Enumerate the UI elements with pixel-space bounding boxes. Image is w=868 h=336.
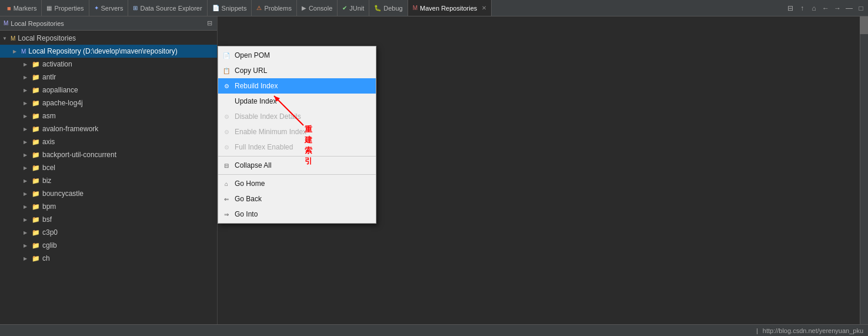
- tab-bar-actions: ⊟ ↑ ⌂ ← → — □: [786, 4, 866, 13]
- open-pom-icon: 📄: [222, 51, 231, 60]
- tab-snippets[interactable]: 📄 Snippets: [208, 0, 252, 16]
- tree-content[interactable]: ▼ M Local Repositories ▶ M Local Reposit…: [0, 31, 217, 336]
- panel-header-icons: ⊟: [205, 19, 213, 28]
- markers-icon: ■: [7, 5, 11, 12]
- folder-icon-apache-log4j: 📁: [32, 99, 40, 107]
- status-separator-left: |: [756, 327, 758, 334]
- group-icon: M: [11, 35, 15, 42]
- maven-icon: M: [413, 5, 418, 11]
- panel-repo-icon: M: [4, 20, 8, 26]
- go-back-icon: ⇐: [222, 194, 231, 204]
- minimize-btn[interactable]: ⊟: [786, 4, 795, 13]
- status-bar: | http://blog.csdn.net/yerenyuan_pku: [0, 324, 868, 336]
- menu-item-rebuild-index[interactable]: ⚙ Rebuild Index: [218, 78, 376, 94]
- forward-btn[interactable]: →: [833, 4, 842, 13]
- home-btn[interactable]: ⌂: [809, 4, 819, 13]
- folder-icon-avalon: 📁: [32, 125, 40, 133]
- folder-icon-ch: 📁: [32, 255, 40, 262]
- tab-servers[interactable]: ✦ Servers: [89, 0, 129, 16]
- panel-header: M Local Repositories ⊟: [0, 16, 217, 31]
- collapse-icon[interactable]: ⊟: [205, 19, 213, 28]
- problems-icon: ⚠: [256, 5, 262, 11]
- tab-markers[interactable]: ■ Markers: [2, 0, 42, 16]
- menu-item-open-pom[interactable]: 📄 Open POM: [218, 48, 376, 63]
- tree-item-cglib[interactable]: ▶ 📁 cglib: [0, 239, 217, 252]
- main-area: M Local Repositories ⊟ ▼ M Local Reposit…: [0, 16, 868, 336]
- menu-item-copy-url[interactable]: 📋 Copy URL: [218, 63, 376, 78]
- tree-item-asm[interactable]: ▶ 📁 asm: [0, 109, 217, 122]
- menu-item-collapse-all[interactable]: ⊟ Collapse All: [218, 158, 376, 173]
- repo-icon: M: [21, 48, 26, 55]
- menu-item-go-into[interactable]: ⇒ Go Into: [218, 207, 376, 222]
- folder-icon-aopalliance: 📁: [32, 87, 40, 94]
- tab-properties[interactable]: ▦ Properties: [42, 0, 89, 16]
- menu-item-go-home[interactable]: ⌂ Go Home: [218, 176, 376, 191]
- collapse-all-icon: ⊟: [222, 161, 231, 170]
- tree-item-biz[interactable]: ▶ 📁 biz: [0, 174, 217, 187]
- scrollbar-thumb[interactable]: [860, 16, 868, 34]
- menu-item-go-back[interactable]: ⇐ Go Back: [218, 191, 376, 207]
- copy-url-icon: 📋: [222, 66, 231, 75]
- junit-icon: ✔: [342, 5, 347, 11]
- enable-min-icon: ⚙: [222, 127, 231, 137]
- folder-icon-asm: 📁: [32, 112, 40, 120]
- tree-panel: M Local Repositories ⊟ ▼ M Local Reposit…: [0, 16, 218, 336]
- tree-item-apache-log4j[interactable]: ▶ 📁 apache-log4j: [0, 97, 217, 109]
- tree-item-local-repo[interactable]: ▶ M Local Repository (D:\develop\maven\r…: [0, 45, 217, 58]
- tab-close-icon[interactable]: ✕: [482, 5, 486, 11]
- folder-icon-backport: 📁: [32, 151, 40, 159]
- scrollbar-track[interactable]: [860, 16, 868, 324]
- go-into-icon: ⇒: [222, 209, 231, 219]
- folder-icon: 📁: [32, 61, 40, 68]
- tab-maven[interactable]: M Maven Repositories ✕: [408, 0, 492, 16]
- panel-title: Local Repositories: [11, 20, 64, 27]
- tree-item-local-repos[interactable]: ▼ M Local Repositories: [0, 32, 217, 45]
- back-btn[interactable]: ←: [821, 4, 830, 13]
- folder-icon-bcel: 📁: [32, 164, 40, 172]
- servers-icon: ✦: [94, 5, 99, 11]
- go-home-icon: ⌂: [222, 179, 231, 188]
- menu-separator-1: [218, 156, 376, 157]
- folder-icon-bouncycastle: 📁: [32, 190, 40, 198]
- tree-item-backport[interactable]: ▶ 📁 backport-util-concurrent: [0, 148, 217, 161]
- status-url: http://blog.csdn.net/yerenyuan_pku: [763, 327, 863, 334]
- tree-item-ch[interactable]: ▶ 📁 ch: [0, 252, 217, 265]
- tab-problems[interactable]: ⚠ Problems: [252, 0, 296, 16]
- full-index-icon: ⚙: [222, 142, 231, 152]
- tree-item-c3p0[interactable]: ▶ 📁 c3p0: [0, 226, 217, 239]
- tab-console[interactable]: ▶ Console: [297, 0, 338, 16]
- folder-icon-c3p0: 📁: [32, 229, 40, 237]
- folder-icon-axis: 📁: [32, 138, 40, 146]
- menu-item-full-index: ⚙ Full Index Enabled: [218, 139, 376, 155]
- tree-item-bouncycastle[interactable]: ▶ 📁 bouncycastle: [0, 187, 217, 200]
- tree-item-activation[interactable]: ▶ 📁 activation: [0, 58, 217, 71]
- debug-icon: 🐛: [374, 5, 381, 11]
- update-index-icon: [222, 97, 231, 106]
- tree-item-axis[interactable]: ▶ 📁 axis: [0, 135, 217, 148]
- expand-arrow-repo: ▶: [13, 49, 19, 54]
- maximize-btn[interactable]: □: [856, 4, 866, 13]
- expand-arrow-activation: ▶: [24, 62, 29, 67]
- dash-btn[interactable]: —: [844, 4, 854, 13]
- tab-debug[interactable]: 🐛 Debug: [369, 0, 408, 16]
- folder-icon-bsf: 📁: [32, 216, 40, 224]
- rebuild-index-icon: ⚙: [222, 81, 231, 91]
- tree-item-aopalliance[interactable]: ▶ 📁 aopalliance: [0, 84, 217, 97]
- console-icon: ▶: [302, 5, 306, 11]
- tree-item-bpm[interactable]: ▶ 📁 bpm: [0, 200, 217, 213]
- tab-datasource[interactable]: ⊞ Data Source Explorer: [128, 0, 207, 16]
- menu-item-disable-index-details: ⚙ Disable Index Details: [218, 109, 376, 124]
- tree-item-avalon-framework[interactable]: ▶ 📁 avalon-framework: [0, 122, 217, 135]
- tree-item-bcel[interactable]: ▶ 📁 bcel: [0, 161, 217, 174]
- tree-item-antlr[interactable]: ▶ 📁 antlr: [0, 71, 217, 84]
- folder-icon-antlr: 📁: [32, 74, 40, 81]
- folder-icon-biz: 📁: [32, 177, 40, 185]
- properties-icon: ▦: [46, 5, 52, 11]
- folder-icon-cglib: 📁: [32, 242, 40, 249]
- restore-btn[interactable]: ↑: [797, 4, 807, 13]
- menu-item-enable-minimum-index: ⚙ Enable Minimum Index: [218, 124, 376, 139]
- context-menu: 📄 Open POM 📋 Copy URL ⚙ Rebuild Index Up…: [218, 46, 376, 224]
- menu-item-update-index[interactable]: Update Index: [218, 94, 376, 109]
- tree-item-bsf[interactable]: ▶ 📁 bsf: [0, 213, 217, 226]
- tab-junit[interactable]: ✔ JUnit: [338, 0, 369, 16]
